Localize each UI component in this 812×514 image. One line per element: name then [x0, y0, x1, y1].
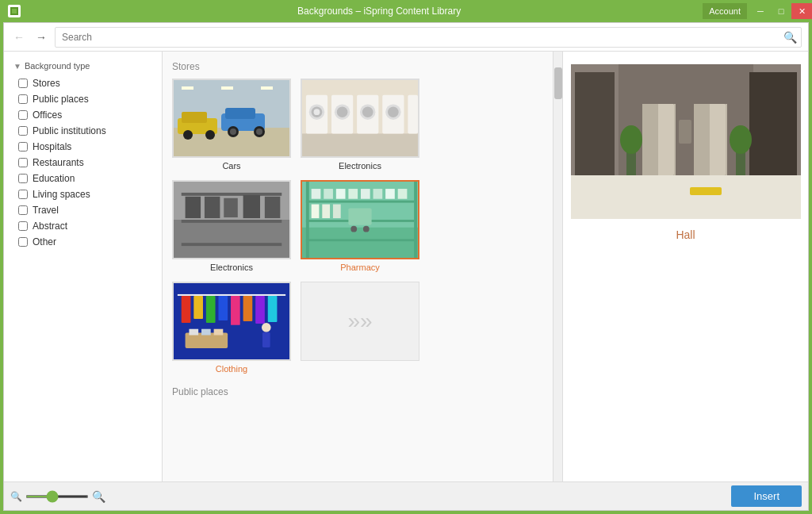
svg-rect-66: [193, 296, 203, 319]
sidebar-item-travel[interactable]: Travel: [4, 202, 162, 218]
sidebar-item-offices[interactable]: Offices: [4, 107, 162, 123]
sidebar-label-stores: Stores: [33, 78, 60, 89]
svg-rect-30: [408, 95, 418, 134]
sidebar-section-label: Background type: [25, 61, 90, 71]
svg-rect-43: [302, 228, 418, 259]
svg-rect-49: [312, 189, 321, 199]
image-label-pharmacy: Pharmacy: [340, 263, 380, 272]
svg-point-23: [337, 106, 348, 117]
svg-rect-52: [348, 189, 358, 199]
public-places-section-header: Public places: [172, 386, 543, 397]
image-label-cars: Cars: [222, 161, 240, 171]
forward-button[interactable]: →: [33, 29, 50, 45]
sidebar-item-stores[interactable]: Stores: [4, 75, 162, 91]
sidebar-item-public-places[interactable]: Public places: [4, 91, 162, 107]
svg-rect-45: [414, 181, 417, 258]
svg-rect-57: [312, 205, 320, 219]
stores-grid: Cars: [172, 79, 543, 374]
search-input[interactable]: [55, 27, 802, 48]
stores-section-header: Stores: [172, 61, 543, 72]
checkbox-abstract[interactable]: [18, 221, 28, 231]
sidebar-item-hospitals[interactable]: Hospitals: [4, 139, 162, 155]
svg-rect-33: [174, 220, 289, 259]
checkbox-living-spaces[interactable]: [18, 190, 28, 199]
scrollbar-thumb[interactable]: [554, 67, 562, 99]
image-card-electronics1[interactable]: Electronics: [301, 79, 419, 171]
sidebar-label-restaurants: Restaurants: [33, 157, 84, 168]
image-thumb-cars: [172, 79, 291, 158]
close-button[interactable]: ✕: [791, 3, 812, 19]
svg-rect-38: [205, 197, 220, 218]
svg-rect-50: [324, 189, 333, 199]
sidebar-item-other[interactable]: Other: [4, 234, 162, 250]
svg-rect-69: [231, 296, 240, 325]
svg-rect-39: [224, 198, 238, 217]
sidebar-item-restaurants[interactable]: Restaurants: [4, 155, 162, 171]
checkbox-restaurants[interactable]: [18, 158, 28, 167]
sidebar-label-public-institutions: Public institutions: [33, 125, 106, 136]
image-card-cars[interactable]: Cars: [172, 79, 291, 171]
image-label-electronics1: Electronics: [339, 161, 381, 171]
checkbox-travel[interactable]: [18, 205, 28, 215]
image-label-electronics2: Electronics: [210, 263, 253, 272]
svg-rect-59: [333, 205, 341, 219]
svg-point-5: [230, 128, 236, 135]
zoom-slider[interactable]: [25, 495, 89, 498]
checkbox-public-institutions[interactable]: [18, 126, 28, 136]
svg-rect-55: [385, 189, 395, 199]
svg-rect-56: [398, 189, 408, 199]
svg-rect-13: [221, 86, 233, 90]
svg-rect-89: [674, 104, 676, 175]
main-container: ← → 🔍 ▼ Background type Stores Public pl…: [3, 22, 809, 511]
svg-rect-76: [214, 329, 224, 336]
svg-rect-14: [261, 86, 273, 90]
checkbox-public-places[interactable]: [18, 94, 28, 104]
image-card-pharmacy[interactable]: Pharmacy: [301, 180, 419, 272]
sidebar-item-abstract[interactable]: Abstract: [4, 218, 162, 234]
svg-rect-98: [690, 187, 722, 195]
svg-point-95: [620, 125, 642, 154]
svg-rect-48: [306, 239, 414, 241]
checkbox-education[interactable]: [18, 174, 28, 183]
image-card-electronics2[interactable]: Electronics: [172, 180, 291, 272]
svg-point-11: [205, 130, 215, 140]
svg-rect-53: [361, 189, 370, 199]
sidebar-label-offices: Offices: [33, 109, 62, 121]
svg-point-10: [183, 130, 193, 140]
checkbox-offices[interactable]: [18, 110, 28, 120]
image-card-placeholder[interactable]: »»: [301, 282, 419, 374]
zoom-in-icon[interactable]: 🔍: [92, 490, 105, 503]
svg-rect-36: [182, 243, 282, 246]
sidebar-label-hospitals: Hospitals: [33, 141, 71, 152]
insert-button[interactable]: Insert: [731, 485, 802, 507]
maximize-button[interactable]: □: [771, 3, 791, 19]
minimize-button[interactable]: ─: [750, 3, 771, 19]
svg-rect-93: [679, 120, 691, 144]
svg-rect-54: [373, 189, 383, 199]
preview-panel: Hall: [562, 52, 808, 481]
svg-point-61: [350, 226, 357, 232]
svg-rect-70: [243, 296, 253, 321]
image-card-clothing[interactable]: Clothing: [172, 282, 291, 374]
svg-rect-85: [575, 72, 615, 175]
svg-rect-3: [225, 108, 255, 119]
checkbox-other[interactable]: [18, 237, 28, 247]
svg-rect-75: [201, 329, 211, 336]
search-container: 🔍: [55, 27, 802, 48]
image-thumb-clothing: [172, 282, 291, 361]
svg-rect-92: [726, 104, 727, 175]
sidebar-label-education: Education: [33, 173, 75, 184]
account-button[interactable]: Account: [703, 3, 747, 19]
svg-rect-71: [255, 296, 265, 324]
checkbox-stores[interactable]: [18, 79, 28, 88]
scrollbar[interactable]: [553, 52, 562, 481]
sidebar-item-education[interactable]: Education: [4, 171, 162, 186]
collapse-arrow: ▼: [13, 62, 21, 71]
sidebar-item-living-spaces[interactable]: Living spaces: [4, 186, 162, 202]
sidebar-item-public-institutions[interactable]: Public institutions: [4, 123, 162, 139]
zoom-out-icon[interactable]: 🔍: [10, 491, 22, 502]
svg-rect-78: [262, 332, 270, 347]
back-button[interactable]: ←: [10, 29, 28, 45]
checkbox-hospitals[interactable]: [18, 142, 28, 152]
title-bar: Backgrounds – iSpring Content Library Ac…: [0, 0, 812, 22]
